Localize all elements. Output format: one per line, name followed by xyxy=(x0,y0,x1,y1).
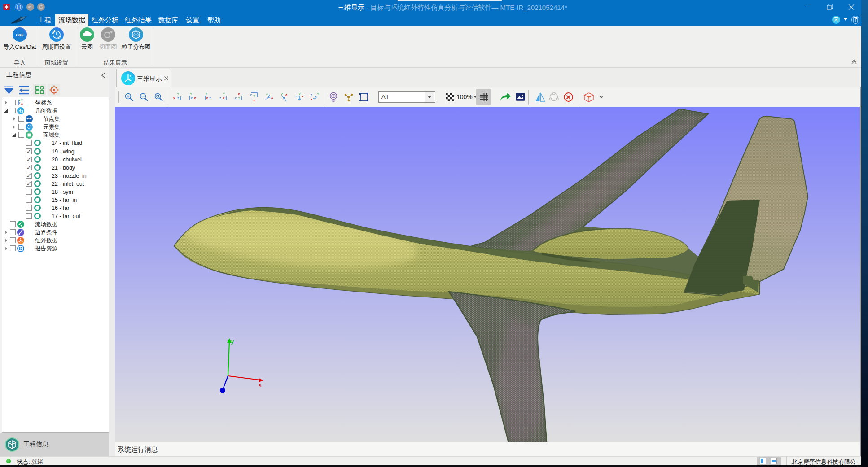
svg-text:Y: Y xyxy=(253,94,256,98)
svg-text:z: z xyxy=(19,101,21,105)
svg-text:x: x xyxy=(253,98,255,102)
svg-text:x: x xyxy=(259,381,262,388)
svg-text:z: z xyxy=(219,96,221,100)
svg-text:y: y xyxy=(231,338,234,345)
svg-text:Y: Y xyxy=(266,93,268,97)
svg-text:z: z xyxy=(209,96,211,100)
svg-text:Y: Y xyxy=(190,92,193,96)
svg-text:x: x xyxy=(223,96,225,100)
svg-text:Y: Y xyxy=(317,92,320,96)
svg-text:Y: Y xyxy=(177,92,180,96)
svg-text:Y: Y xyxy=(281,92,283,96)
svg-text:z: z xyxy=(177,96,179,100)
svg-text:Y: Y xyxy=(298,92,301,96)
svg-text:x: x xyxy=(173,96,175,100)
svg-text:Y: Y xyxy=(223,92,225,96)
svg-text:x: x xyxy=(206,96,208,100)
svg-text:Y: Y xyxy=(238,96,241,100)
svg-text:z: z xyxy=(295,94,297,98)
svg-text:z: z xyxy=(311,93,312,97)
svg-text:z: z xyxy=(265,97,267,101)
svg-text:z: z xyxy=(285,98,287,102)
svg-text:x: x xyxy=(271,96,273,100)
svg-text:x: x xyxy=(238,92,240,96)
svg-text:Y: Y xyxy=(21,99,23,102)
svg-text:x: x xyxy=(285,92,288,96)
svg-text:z: z xyxy=(191,96,193,100)
svg-text:x: x xyxy=(21,102,23,105)
svg-text:x: x xyxy=(311,97,313,101)
svg-text:z: z xyxy=(250,93,252,97)
svg-text:x: x xyxy=(302,94,304,98)
svg-text:Y: Y xyxy=(205,92,208,96)
svg-text:x: x xyxy=(194,96,196,100)
svg-text:z: z xyxy=(235,96,237,100)
